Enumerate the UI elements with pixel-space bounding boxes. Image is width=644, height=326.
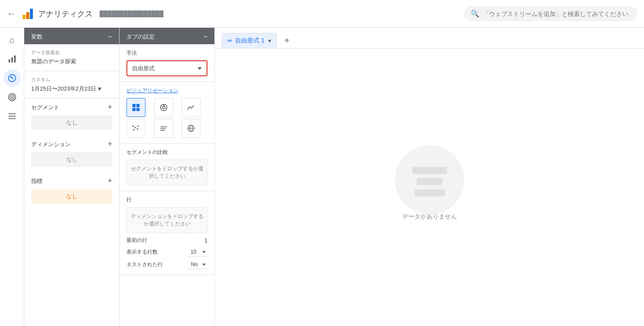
viz-scatter-btn[interactable] (126, 119, 146, 138)
svg-rect-2 (30, 9, 33, 19)
nav-home[interactable]: ⌂ (3, 31, 21, 49)
tab-settings-panel: タブの設定 − 手法 自由形式 コホート分析 目標到達プロセスデータ探索 セグメ… (120, 28, 215, 326)
dimension-section: ディメンション + なし (24, 135, 119, 172)
viz-line-btn[interactable] (181, 98, 201, 117)
data-explore-label: データ探索名: (31, 49, 112, 56)
tab-settings-minimize[interactable]: − (204, 33, 207, 41)
svg-rect-3 (8, 59, 10, 62)
date-row: 1月25日〜2023年2月23日 ▾ (31, 85, 112, 93)
segment-drop-zone[interactable]: セグメントをドロップするか選択してください (126, 160, 207, 186)
date-dropdown-icon[interactable]: ▾ (98, 85, 101, 93)
segment-label: セグメント (31, 104, 59, 111)
display-rows-select[interactable]: 10 25 50 100 250 500 (188, 248, 207, 257)
nav-explore[interactable] (3, 69, 21, 87)
method-label: 手法 (126, 49, 207, 57)
first-row-row: 最初の行 1 (126, 237, 207, 244)
svg-rect-18 (136, 108, 140, 111)
viz-donut-btn[interactable] (154, 98, 173, 117)
date-range: 1月25日〜2023年2月23日 (31, 85, 96, 93)
back-button[interactable]: ← (7, 9, 16, 19)
segment-compare-section: セグメントの比較 セグメントをドロップするか選択してください (120, 143, 214, 191)
viz-section: ビジュアリゼーション (120, 82, 214, 143)
search-input[interactable] (483, 10, 630, 17)
svg-rect-1 (26, 12, 29, 19)
search-icon: 🔍 (471, 10, 479, 18)
method-select-box: 自由形式 コホート分析 目標到達プロセスデータ探索 セグメントの重複 経路データ… (126, 60, 207, 76)
tab-name: 自由形式 1 (235, 37, 265, 45)
custom-label: カスタム (31, 76, 112, 83)
svg-rect-5 (14, 55, 16, 63)
segment-header: セグメント + (24, 98, 119, 114)
nested-rows-select[interactable]: No Yes (188, 260, 207, 269)
app-title: アナリティクス (38, 9, 93, 19)
left-nav: ⌂ (0, 28, 24, 326)
metric-add-btn[interactable]: + (107, 176, 112, 186)
add-tab-button[interactable]: + (280, 34, 294, 48)
svg-point-8 (10, 76, 12, 78)
rows-drop-zone[interactable]: ディメンションをドロップするか選択してください (126, 207, 207, 233)
viz-map-btn[interactable] (181, 119, 201, 138)
nested-rows-label: ネストされた行 (126, 261, 163, 268)
metric-section: 指標 + なし (24, 172, 119, 209)
data-explore-section: データ探索名: 無題のデータ探索 (24, 44, 119, 71)
svg-point-11 (12, 97, 13, 98)
svg-point-24 (137, 128, 138, 130)
nested-rows-row: ネストされた行 No Yes (126, 260, 207, 269)
content-area: ✏ 自由形式 1 ▾ + データがありません (215, 28, 644, 326)
account-name: ████████████████ (100, 10, 163, 17)
method-select[interactable]: 自由形式 コホート分析 目標到達プロセスデータ探索 セグメントの重複 経路データ… (128, 62, 206, 75)
topbar: ← アナリティクス ████████████████ 🔍 (0, 0, 644, 28)
segment-section: セグメント + なし (24, 98, 119, 135)
svg-point-20 (162, 106, 165, 109)
svg-point-26 (133, 125, 134, 127)
dimension-empty: なし (31, 152, 112, 167)
viz-bar-btn[interactable] (154, 119, 173, 138)
dimension-add-btn[interactable]: + (107, 140, 112, 149)
empty-state: データがありません (215, 49, 644, 326)
variables-title: 変数 (31, 33, 42, 41)
tab-item-1[interactable]: ✏ 自由形式 1 ▾ (222, 33, 277, 48)
tab-pencil-icon: ✏ (227, 37, 233, 44)
svg-rect-4 (11, 57, 13, 62)
main-layout: ⌂ 変数 − データ探索名: 無題のデータ探索 カスタム 1月25日〜2023年… (0, 28, 644, 326)
rows-label: 行 (126, 196, 207, 204)
tabs-bar: ✏ 自由形式 1 ▾ + (215, 28, 644, 49)
svg-point-25 (137, 125, 139, 127)
svg-point-23 (135, 127, 136, 128)
svg-rect-17 (133, 108, 136, 111)
search-bar[interactable]: 🔍 (464, 6, 637, 21)
metric-empty: なし (31, 189, 112, 204)
nav-target[interactable] (3, 88, 21, 106)
svg-point-22 (133, 129, 134, 130)
first-row-value: 1 (204, 238, 207, 244)
data-explore-name: 無題のデータ探索 (31, 58, 112, 65)
nav-chart[interactable] (3, 50, 21, 68)
svg-rect-0 (23, 15, 26, 19)
display-rows-row: 表示する行数 10 25 50 100 250 500 (126, 248, 207, 257)
display-rows-label: 表示する行数 (126, 248, 158, 256)
tab-chevron-icon[interactable]: ▾ (268, 37, 271, 44)
nav-list[interactable] (3, 108, 21, 125)
segment-empty: なし (31, 115, 112, 130)
svg-rect-16 (136, 104, 140, 108)
metric-label: 指標 (31, 177, 42, 185)
rows-section: 行 ディメンションをドロップするか選択してください 最初の行 1 表示する行数 … (120, 191, 214, 275)
viz-label[interactable]: ビジュアリゼーション (126, 87, 207, 95)
segment-compare-label: セグメントの比較 (126, 149, 207, 156)
svg-rect-15 (133, 104, 136, 108)
variables-minimize[interactable]: − (108, 33, 112, 41)
segment-add-btn[interactable]: + (107, 103, 112, 112)
dimension-label: ディメンション (31, 140, 71, 148)
date-section: カスタム 1月25日〜2023年2月23日 ▾ (24, 71, 119, 98)
first-row-label: 最初の行 (126, 237, 147, 244)
app-logo (21, 7, 35, 21)
tab-settings-title: タブの設定 (126, 33, 155, 41)
method-section: 手法 自由形式 コホート分析 目標到達プロセスデータ探索 セグメントの重複 経路… (120, 44, 214, 82)
viz-grid (126, 98, 207, 138)
metric-header: 指標 + (24, 172, 119, 187)
viz-table-btn[interactable] (126, 98, 146, 117)
variables-header: 変数 − (24, 28, 119, 44)
dimension-header: ディメンション + (24, 135, 119, 150)
variables-panel: 変数 − データ探索名: 無題のデータ探索 カスタム 1月25日〜2023年2月… (24, 28, 120, 326)
empty-illustration (395, 154, 464, 206)
